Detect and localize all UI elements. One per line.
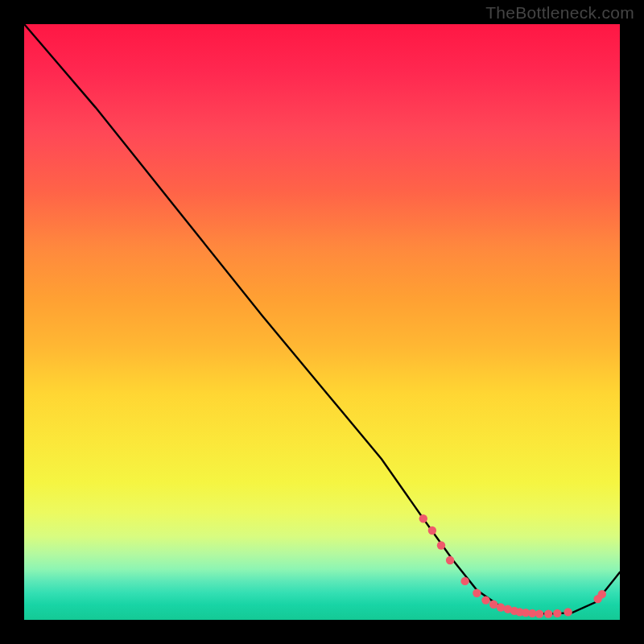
chart-container: TheBottleneck.com — [0, 0, 644, 644]
watermark-text: TheBottleneck.com — [485, 3, 634, 23]
data-marker — [460, 577, 469, 585]
data-marker — [489, 601, 497, 609]
plot-area — [24, 24, 620, 620]
data-marker — [437, 541, 445, 549]
data-marker — [564, 608, 572, 616]
data-marker — [428, 526, 436, 535]
data-marker — [535, 609, 543, 617]
data-marker — [544, 609, 552, 617]
data-marker — [553, 609, 561, 617]
data-marker — [598, 590, 606, 598]
data-marker — [497, 603, 505, 611]
data-marker — [473, 589, 481, 597]
data-marker — [419, 514, 427, 522]
marker-group — [419, 514, 606, 618]
data-marker — [481, 596, 489, 604]
data-marker — [528, 609, 536, 617]
curve-svg — [24, 24, 620, 620]
bottleneck-curve — [24, 24, 620, 614]
data-marker — [446, 556, 454, 564]
